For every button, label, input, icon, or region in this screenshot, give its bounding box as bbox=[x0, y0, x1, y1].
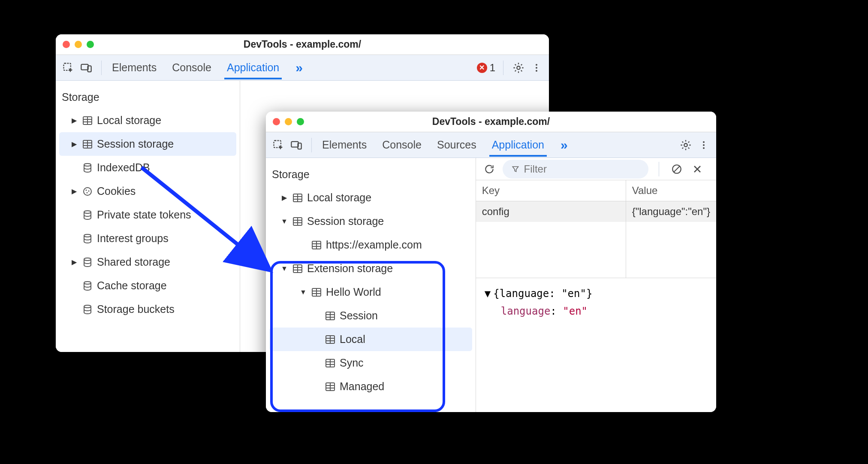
tree-item-session[interactable]: Session bbox=[266, 304, 476, 328]
tab-elements[interactable]: Elements bbox=[319, 133, 369, 157]
filter-field[interactable] bbox=[503, 160, 648, 179]
section-label-storage: Storage bbox=[56, 88, 240, 109]
tree-item-shared-storage[interactable]: ▶Shared storage bbox=[56, 250, 240, 274]
titlebar[interactable]: DevTools - example.com/ bbox=[56, 34, 549, 55]
table-icon bbox=[324, 310, 336, 322]
cell-key[interactable]: config bbox=[476, 201, 626, 222]
tab-console[interactable]: Console bbox=[380, 133, 424, 157]
device-toggle-icon[interactable] bbox=[289, 138, 304, 152]
kebab-menu-icon[interactable] bbox=[529, 61, 544, 75]
clear-all-icon[interactable] bbox=[669, 162, 684, 176]
maximize-window-button[interactable] bbox=[297, 118, 304, 125]
expand-arrow-icon[interactable]: ▶ bbox=[70, 187, 78, 195]
expand-arrow-icon[interactable]: ▶ bbox=[70, 116, 78, 124]
tree-label: Session bbox=[340, 309, 378, 322]
table-icon bbox=[81, 115, 93, 127]
tree-item-cookies[interactable]: ▶Cookies bbox=[56, 179, 240, 203]
database-icon bbox=[81, 280, 93, 292]
error-icon: ✕ bbox=[477, 63, 487, 73]
tree-item-sync[interactable]: Sync bbox=[266, 351, 476, 375]
collapse-arrow-icon[interactable]: ▼ bbox=[485, 288, 491, 300]
inspect-icon[interactable] bbox=[271, 138, 286, 152]
database-icon bbox=[81, 209, 93, 221]
separator bbox=[101, 61, 102, 75]
collapse-arrow-icon[interactable]: ▼ bbox=[280, 265, 288, 273]
storage-tree: ▶Local storage ▼Session storage https://… bbox=[266, 186, 476, 398]
separator bbox=[503, 61, 503, 75]
delete-icon[interactable] bbox=[690, 162, 705, 176]
inspect-icon[interactable] bbox=[61, 61, 75, 75]
tree-label: Private state tokens bbox=[97, 209, 191, 221]
detail-summary-line[interactable]: ▼{language: "en"} bbox=[485, 285, 708, 303]
section-label-storage: Storage bbox=[266, 165, 476, 186]
collapse-arrow-icon[interactable]: ▼ bbox=[299, 288, 307, 296]
window-title: DevTools - example.com/ bbox=[266, 116, 716, 127]
titlebar[interactable]: DevTools - example.com/ bbox=[266, 112, 716, 132]
minimize-window-button[interactable] bbox=[285, 118, 292, 125]
close-window-button[interactable] bbox=[273, 118, 280, 125]
tree-item-session-storage[interactable]: ▶Session storage bbox=[59, 132, 236, 156]
table-icon bbox=[310, 239, 322, 251]
filter-bar bbox=[476, 158, 716, 180]
tree-item-extension-storage[interactable]: ▼Extension storage bbox=[266, 257, 476, 280]
database-icon bbox=[81, 233, 93, 245]
filter-input[interactable] bbox=[524, 163, 640, 175]
more-tabs-icon[interactable]: » bbox=[292, 61, 306, 75]
tree-label: Session storage bbox=[97, 138, 174, 150]
refresh-icon[interactable] bbox=[482, 162, 497, 176]
tree-label: Local bbox=[340, 333, 365, 346]
tree-item-session-storage[interactable]: ▼Session storage bbox=[266, 209, 476, 233]
tab-elements[interactable]: Elements bbox=[109, 56, 159, 79]
settings-icon[interactable] bbox=[678, 138, 693, 152]
tree-item-local[interactable]: Local bbox=[269, 328, 472, 351]
cell-value[interactable]: {"language":"en"} bbox=[626, 201, 716, 222]
traffic-lights bbox=[273, 118, 304, 125]
table-icon bbox=[292, 192, 304, 204]
column-header-value[interactable]: Value bbox=[626, 180, 716, 201]
tab-sources[interactable]: Sources bbox=[434, 133, 479, 157]
table-row[interactable]: config {"language":"en"} bbox=[476, 201, 716, 222]
tree-label: Session storage bbox=[307, 215, 384, 227]
table-header: Key Value bbox=[476, 180, 716, 201]
error-badge[interactable]: ✕ 1 bbox=[477, 62, 495, 74]
tree-item-interest-groups[interactable]: Interest groups bbox=[56, 227, 240, 250]
toolbar: Elements Console Application » ✕ 1 bbox=[56, 55, 549, 81]
more-tabs-icon[interactable]: » bbox=[557, 138, 571, 152]
table-icon bbox=[324, 381, 336, 393]
tree-label: Extension storage bbox=[307, 262, 393, 275]
tab-application[interactable]: Application bbox=[224, 56, 282, 79]
tree-item-indexeddb[interactable]: IndexedDB bbox=[56, 156, 240, 179]
settings-icon[interactable] bbox=[511, 61, 526, 75]
table-icon bbox=[324, 357, 336, 369]
tree-label: Interest groups bbox=[97, 232, 169, 245]
tree-item-local-storage[interactable]: ▶Local storage bbox=[56, 109, 240, 132]
tab-console[interactable]: Console bbox=[169, 56, 214, 79]
kebab-menu-icon[interactable] bbox=[696, 138, 711, 152]
panel-tabs: Elements Console Sources Application » bbox=[319, 133, 571, 157]
device-toggle-icon[interactable] bbox=[79, 61, 93, 75]
tree-item-private-state-tokens[interactable]: Private state tokens bbox=[56, 203, 240, 227]
collapse-arrow-icon[interactable]: ▼ bbox=[280, 218, 288, 225]
maximize-window-button[interactable] bbox=[87, 41, 94, 48]
tab-application[interactable]: Application bbox=[489, 133, 547, 157]
tree-item-managed[interactable]: Managed bbox=[266, 375, 476, 398]
close-window-button[interactable] bbox=[63, 41, 70, 48]
storage-tree: ▶Local storage ▶Session storage IndexedD… bbox=[56, 109, 240, 321]
tree-item-origin[interactable]: https://example.com bbox=[266, 233, 476, 257]
minimize-window-button[interactable] bbox=[75, 41, 82, 48]
detail-value: "en" bbox=[563, 305, 588, 317]
value-detail: ▼{language: "en"} language: "en" bbox=[476, 278, 716, 327]
tree-item-hello-world[interactable]: ▼Hello World bbox=[266, 280, 476, 304]
toolbar: Elements Console Sources Application » bbox=[266, 132, 716, 158]
expand-arrow-icon[interactable]: ▶ bbox=[70, 258, 78, 266]
tree-label: Managed bbox=[340, 380, 384, 393]
expand-arrow-icon[interactable]: ▶ bbox=[280, 194, 288, 202]
column-header-key[interactable]: Key bbox=[476, 180, 626, 201]
error-count: 1 bbox=[490, 62, 495, 74]
tree-item-cache-storage[interactable]: Cache storage bbox=[56, 274, 240, 297]
table-icon bbox=[310, 286, 322, 298]
tree-item-storage-buckets[interactable]: Storage buckets bbox=[56, 297, 240, 321]
expand-arrow-icon[interactable]: ▶ bbox=[70, 140, 78, 148]
tree-label: Shared storage bbox=[97, 256, 170, 268]
tree-item-local-storage[interactable]: ▶Local storage bbox=[266, 186, 476, 209]
